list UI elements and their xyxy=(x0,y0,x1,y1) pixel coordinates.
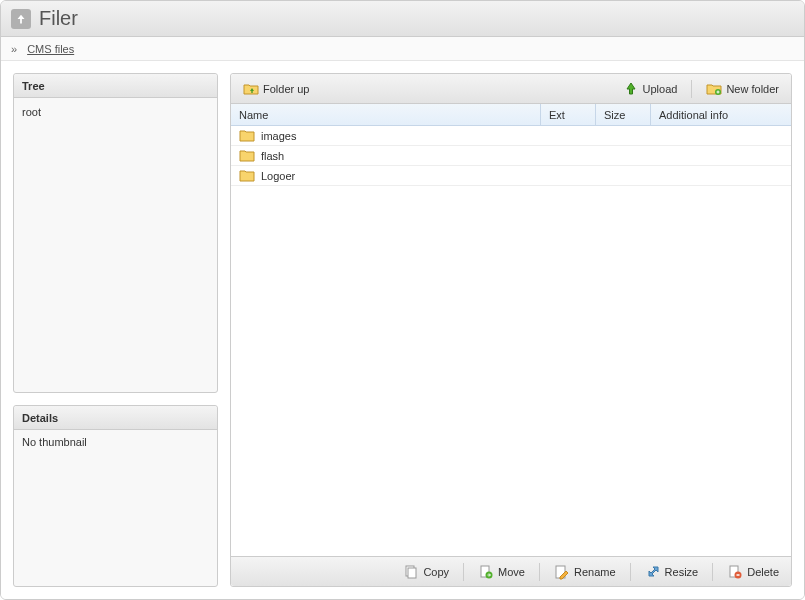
folder-up-button[interactable]: Folder up xyxy=(239,79,313,99)
move-label: Move xyxy=(498,566,525,578)
folder-up-label: Folder up xyxy=(263,83,309,95)
folder-up-icon xyxy=(243,81,259,97)
table-header: Name Ext Size Additional info xyxy=(231,104,791,126)
tree-panel: Tree root xyxy=(13,73,218,393)
upload-label: Upload xyxy=(643,83,678,95)
resize-button[interactable]: Resize xyxy=(641,562,703,582)
move-button[interactable]: Move xyxy=(474,562,529,582)
top-toolbar: Folder up Upload New folder xyxy=(231,74,791,104)
column-header-name[interactable]: Name xyxy=(231,104,541,125)
copy-icon xyxy=(403,564,419,580)
file-name: Logoer xyxy=(261,170,295,182)
titlebar: Filer xyxy=(1,1,804,37)
breadcrumb-separator: » xyxy=(11,43,17,55)
tree-item-root[interactable]: root xyxy=(22,104,209,120)
list-item[interactable]: images xyxy=(231,126,791,146)
new-folder-icon xyxy=(706,81,722,97)
tree-panel-body: root xyxy=(14,98,217,392)
svg-rect-2 xyxy=(408,568,416,578)
column-header-info[interactable]: Additional info xyxy=(651,104,791,125)
upload-icon xyxy=(623,81,639,97)
folder-icon xyxy=(239,129,255,143)
app-window: Filer » CMS files Tree root Details No t… xyxy=(0,0,805,600)
file-browser: Folder up Upload New folder xyxy=(230,73,792,587)
toolbar-separator xyxy=(539,563,540,581)
toolbar-separator xyxy=(712,563,713,581)
file-name: flash xyxy=(261,150,284,162)
column-header-ext[interactable]: Ext xyxy=(541,104,596,125)
upload-button[interactable]: Upload xyxy=(619,79,682,99)
app-title: Filer xyxy=(39,7,78,30)
content-area: Tree root Details No thumbnail Folder up xyxy=(1,61,804,599)
new-folder-label: New folder xyxy=(726,83,779,95)
new-folder-button[interactable]: New folder xyxy=(702,79,783,99)
copy-label: Copy xyxy=(423,566,449,578)
delete-icon xyxy=(727,564,743,580)
left-column: Tree root Details No thumbnail xyxy=(13,73,218,587)
resize-icon xyxy=(645,564,661,580)
toolbar-separator xyxy=(630,563,631,581)
details-panel-body: No thumbnail xyxy=(14,430,217,586)
app-icon xyxy=(11,9,31,29)
rename-label: Rename xyxy=(574,566,616,578)
rename-button[interactable]: Rename xyxy=(550,562,620,582)
file-list: images flash Logoer xyxy=(231,126,791,556)
toolbar-separator xyxy=(691,80,692,98)
toolbar-separator xyxy=(463,563,464,581)
breadcrumb: » CMS files xyxy=(1,37,804,61)
tree-panel-header: Tree xyxy=(14,74,217,98)
bottom-toolbar: Copy Move Rename xyxy=(231,556,791,586)
copy-button[interactable]: Copy xyxy=(399,562,453,582)
details-panel-header: Details xyxy=(14,406,217,430)
resize-label: Resize xyxy=(665,566,699,578)
folder-icon xyxy=(239,149,255,163)
column-header-size[interactable]: Size xyxy=(596,104,651,125)
folder-icon xyxy=(239,169,255,183)
breadcrumb-link-cms-files[interactable]: CMS files xyxy=(27,43,74,55)
rename-icon xyxy=(554,564,570,580)
details-panel: Details No thumbnail xyxy=(13,405,218,587)
list-item[interactable]: Logoer xyxy=(231,166,791,186)
move-icon xyxy=(478,564,494,580)
delete-button[interactable]: Delete xyxy=(723,562,783,582)
file-name: images xyxy=(261,130,296,142)
list-item[interactable]: flash xyxy=(231,146,791,166)
delete-label: Delete xyxy=(747,566,779,578)
